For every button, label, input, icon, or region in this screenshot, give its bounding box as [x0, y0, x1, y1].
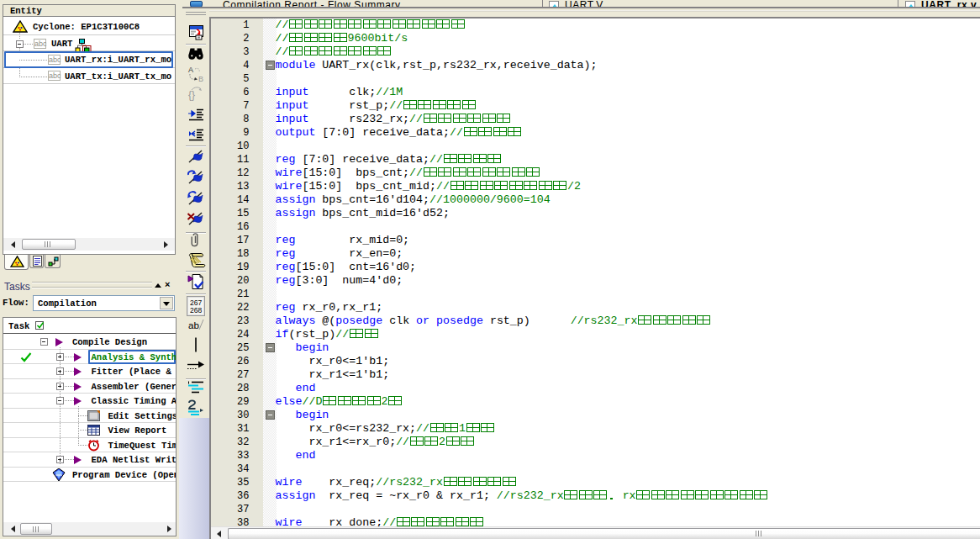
svg-text:267: 267: [190, 299, 202, 307]
svg-text:268: 268: [190, 306, 202, 314]
svg-text:ab: ab: [188, 320, 199, 330]
svg-text:A: A: [188, 66, 193, 74]
svg-text:{}: {}: [188, 89, 195, 101]
svg-text:B: B: [198, 75, 203, 83]
